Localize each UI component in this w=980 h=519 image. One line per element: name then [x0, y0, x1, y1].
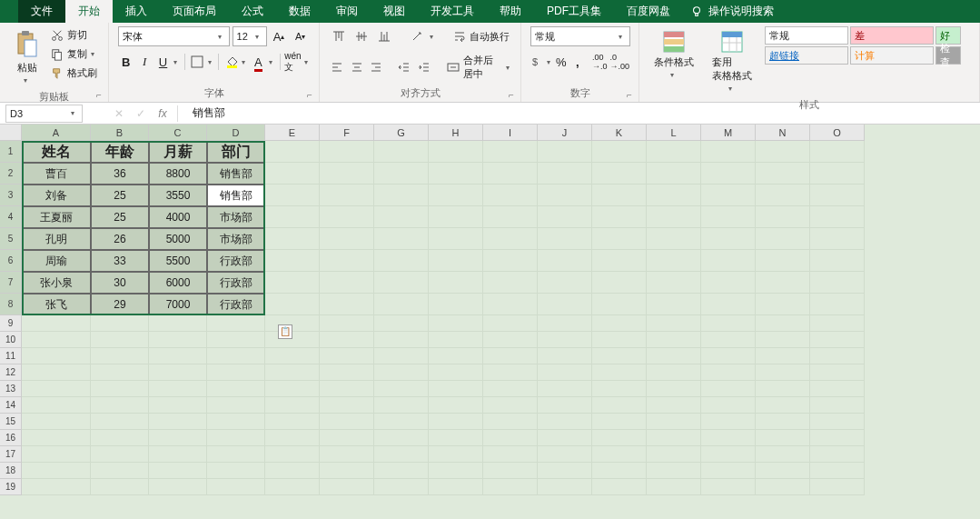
table-cell[interactable]: 5000: [149, 228, 207, 250]
cell[interactable]: [538, 206, 592, 228]
align-right-button[interactable]: [368, 57, 384, 77]
cell[interactable]: [538, 250, 592, 272]
cell[interactable]: [538, 364, 592, 381]
cell[interactable]: [810, 364, 865, 381]
cell[interactable]: [149, 430, 207, 446]
align-top-button[interactable]: [329, 26, 349, 46]
tab-view[interactable]: 视图: [371, 0, 418, 23]
cell[interactable]: [756, 206, 810, 228]
cell[interactable]: [22, 397, 91, 414]
cell[interactable]: [320, 463, 374, 479]
cell[interactable]: [592, 348, 647, 364]
cell[interactable]: [756, 332, 810, 348]
cell[interactable]: [810, 163, 865, 185]
cell[interactable]: [701, 228, 756, 250]
cell[interactable]: [538, 430, 592, 446]
cell[interactable]: [429, 463, 483, 479]
cell[interactable]: [91, 430, 149, 446]
table-cell[interactable]: 25: [91, 206, 149, 228]
cell[interactable]: [756, 294, 810, 315]
cell[interactable]: [647, 397, 701, 414]
align-bottom-button[interactable]: [374, 26, 394, 46]
cell[interactable]: [429, 381, 483, 397]
cell[interactable]: [207, 414, 265, 430]
painter-button[interactable]: 格式刷: [51, 65, 98, 82]
cell[interactable]: [374, 397, 429, 414]
cell[interactable]: [592, 463, 647, 479]
cell[interactable]: [374, 228, 429, 250]
table-cell[interactable]: 行政部: [207, 272, 265, 294]
cell[interactable]: [374, 315, 429, 332]
cell[interactable]: [538, 272, 592, 294]
cell[interactable]: [22, 414, 91, 430]
cell[interactable]: [483, 479, 538, 495]
col-header[interactable]: D: [207, 125, 265, 141]
cell[interactable]: [149, 479, 207, 495]
table-cell[interactable]: 4000: [149, 206, 207, 228]
cell[interactable]: [429, 397, 483, 414]
cancel-formula-button[interactable]: ✕: [108, 107, 130, 120]
cell[interactable]: [756, 141, 810, 163]
cell[interactable]: [592, 141, 647, 163]
cell[interactable]: [149, 446, 207, 463]
cell[interactable]: [538, 479, 592, 495]
cell[interactable]: [320, 141, 374, 163]
cell[interactable]: [701, 397, 756, 414]
cell[interactable]: [91, 397, 149, 414]
cell[interactable]: [91, 315, 149, 332]
cell[interactable]: [701, 348, 756, 364]
tab-baidu[interactable]: 百度网盘: [614, 0, 683, 23]
cell[interactable]: [22, 381, 91, 397]
cell[interactable]: [320, 414, 374, 430]
table-cell[interactable]: 刘备: [22, 185, 91, 206]
tab-insert[interactable]: 插入: [113, 0, 160, 23]
col-header[interactable]: B: [91, 125, 149, 141]
align-center-button[interactable]: [348, 57, 364, 77]
table-cell[interactable]: 6000: [149, 272, 207, 294]
cell[interactable]: [374, 163, 429, 185]
row-header[interactable]: 5: [0, 228, 22, 250]
tab-formula[interactable]: 公式: [229, 0, 276, 23]
comma-button[interactable]: ,: [570, 52, 584, 72]
increase-decimal-button[interactable]: .00→.0: [592, 52, 608, 72]
cell[interactable]: [22, 463, 91, 479]
cell[interactable]: [701, 206, 756, 228]
cell[interactable]: [265, 185, 320, 206]
cell[interactable]: [756, 315, 810, 332]
copy-button[interactable]: 复制▾: [51, 45, 98, 63]
cell[interactable]: [592, 479, 647, 495]
cell[interactable]: [265, 463, 320, 479]
tab-dev[interactable]: 开发工具: [418, 0, 487, 23]
cell[interactable]: [320, 272, 374, 294]
cell[interactable]: [149, 381, 207, 397]
cell[interactable]: [320, 364, 374, 381]
bold-button[interactable]: B: [118, 52, 134, 72]
cell[interactable]: [374, 446, 429, 463]
phonetic-button[interactable]: wén文: [284, 52, 301, 72]
cell[interactable]: [374, 414, 429, 430]
table-header-cell[interactable]: 年龄: [91, 141, 149, 163]
cell[interactable]: [701, 332, 756, 348]
cell[interactable]: [810, 479, 865, 495]
cell[interactable]: [592, 414, 647, 430]
merge-center-button[interactable]: 合并后居中▾: [447, 52, 511, 83]
cell[interactable]: [483, 141, 538, 163]
row-header[interactable]: 19: [0, 479, 22, 495]
name-box[interactable]: D3▾: [5, 105, 83, 123]
underline-button[interactable]: U: [155, 52, 171, 72]
cell[interactable]: [320, 397, 374, 414]
cell[interactable]: [374, 206, 429, 228]
table-cell[interactable]: 行政部: [207, 250, 265, 272]
paste-options-icon[interactable]: 📋: [278, 324, 292, 339]
cell[interactable]: [374, 348, 429, 364]
wrap-text-button[interactable]: 自动换行: [453, 28, 510, 45]
cell[interactable]: [429, 430, 483, 446]
cell[interactable]: [483, 315, 538, 332]
cellstyle-normal[interactable]: 常规: [765, 26, 848, 45]
number-format-select[interactable]: 常规▾: [530, 26, 630, 46]
cell[interactable]: [647, 185, 701, 206]
indent-decrease-button[interactable]: [396, 57, 412, 77]
cell[interactable]: [207, 430, 265, 446]
cell[interactable]: [538, 332, 592, 348]
fx-button[interactable]: fx: [152, 107, 173, 120]
